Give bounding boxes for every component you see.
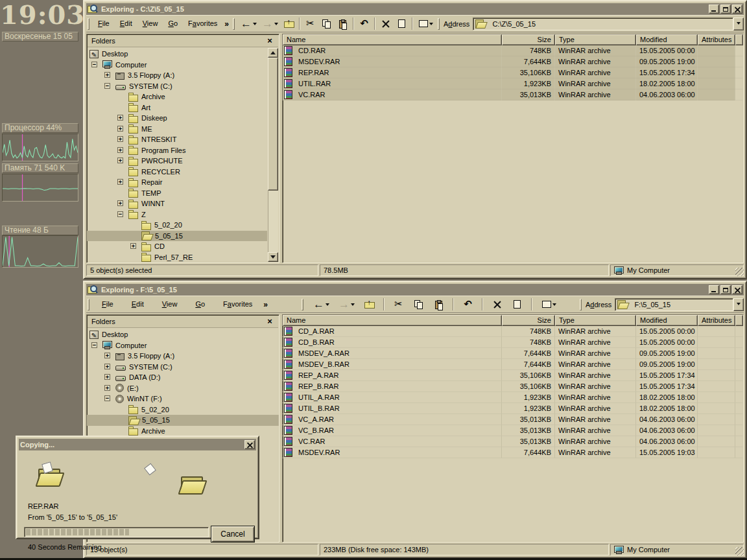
tree-item[interactable]: +CD xyxy=(87,241,267,252)
file-row[interactable]: UTIL_B.RAR1,923KBWinRAR archive18.02.200… xyxy=(283,403,743,414)
paste-button[interactable] xyxy=(335,16,351,31)
tree-expander-collapsed[interactable]: + xyxy=(104,353,110,358)
address-input[interactable]: F:\5_05_15 xyxy=(615,298,733,311)
tree-item[interactable]: +Diskeep xyxy=(87,113,267,124)
views-button[interactable] xyxy=(415,16,436,31)
tree-expander-expanded[interactable]: − xyxy=(91,342,97,348)
maximize-button[interactable] xyxy=(720,285,731,294)
delete-button[interactable] xyxy=(489,297,505,312)
tree-item[interactable]: +3.5 Floppy (A:) xyxy=(87,351,279,362)
menu-file[interactable]: File xyxy=(93,16,115,32)
views-dropdown-caret[interactable] xyxy=(429,23,433,27)
tree-item[interactable]: +WINNT xyxy=(87,198,267,209)
tree-item[interactable]: Desktop xyxy=(87,49,267,60)
file-row[interactable]: CD.RAR748KBWinRAR archive15.05.2005 00:0… xyxy=(283,45,743,56)
file-row[interactable]: VC.RAR35,013KBWinRAR archive04.06.2003 0… xyxy=(283,89,743,100)
paste-button[interactable] xyxy=(431,297,447,312)
tree-expander-collapsed[interactable]: + xyxy=(117,179,123,185)
cancel-button[interactable]: Cancel xyxy=(211,526,255,542)
column-header-name[interactable]: Name xyxy=(283,34,502,45)
scroll-down-button[interactable] xyxy=(268,252,278,262)
dialog-close-button[interactable] xyxy=(244,440,255,449)
back-dropdown-caret[interactable] xyxy=(253,23,257,27)
up-button[interactable] xyxy=(281,16,297,31)
resize-grip[interactable] xyxy=(735,268,744,276)
tree-expander-expanded[interactable]: − xyxy=(104,83,110,89)
rebar-grip[interactable] xyxy=(580,299,582,310)
menu-favorites[interactable]: Favorites xyxy=(183,16,222,32)
column-header-modified[interactable]: Modified xyxy=(636,315,698,326)
menu-view[interactable]: View xyxy=(153,296,187,312)
column-header-attributes[interactable]: Attributes xyxy=(698,34,735,45)
tree-item[interactable]: 5_05_15 xyxy=(87,231,267,242)
minimize-button[interactable] xyxy=(709,285,719,294)
forward-button[interactable] xyxy=(336,297,357,312)
tree-expander-collapsed[interactable]: + xyxy=(104,385,110,391)
tree-item[interactable]: +NTRESKIT xyxy=(87,134,267,145)
close-button[interactable] xyxy=(732,5,742,14)
menu-overflow-chevron[interactable]: » xyxy=(224,19,229,29)
tree-expander-collapsed[interactable]: + xyxy=(117,158,123,163)
scroll-up-button[interactable] xyxy=(268,48,278,58)
menu-view[interactable]: View xyxy=(137,16,163,32)
tree-item[interactable]: Archive xyxy=(87,91,267,102)
column-header-name[interactable]: Name xyxy=(283,315,502,326)
folders-close-icon[interactable]: × xyxy=(265,36,274,45)
window-titlebar[interactable]: Exploring - C:\Z\5_05_15 xyxy=(86,3,744,15)
address-input[interactable]: C:\Z\5_05_15 xyxy=(473,18,733,30)
copy-button[interactable] xyxy=(318,16,335,31)
forward-button[interactable] xyxy=(259,16,281,31)
tree-expander-collapsed[interactable]: + xyxy=(117,136,123,142)
file-row[interactable]: CD_A.RAR748KBWinRAR archive15.05.2005 00… xyxy=(283,326,743,337)
file-row[interactable]: CD_B.RAR748KBWinRAR archive15.05.2005 00… xyxy=(283,337,743,348)
tree-item[interactable]: Art xyxy=(87,102,267,113)
column-header-modified[interactable]: Modified xyxy=(636,34,698,45)
rebar-grip[interactable] xyxy=(233,18,235,30)
folders-close-icon[interactable]: × xyxy=(265,317,274,326)
file-row[interactable]: VC_A.RAR35,013KBWinRAR archive04.06.2003… xyxy=(283,414,743,425)
column-header-attributes[interactable]: Attributes xyxy=(698,315,735,326)
file-row[interactable]: REP_B.RAR35,106KBWinRAR archive15.05.200… xyxy=(283,381,743,392)
back-button[interactable] xyxy=(238,16,259,31)
column-header-size[interactable]: Size xyxy=(502,34,555,45)
menu-file[interactable]: File xyxy=(93,296,123,312)
tree-item[interactable]: +Repair xyxy=(87,177,267,188)
tree-expander-collapsed[interactable]: + xyxy=(117,200,123,206)
properties-button[interactable] xyxy=(509,297,525,312)
tree-item[interactable]: 5_02_20 xyxy=(87,404,279,415)
tree-expander-collapsed[interactable]: + xyxy=(117,126,123,132)
tree-item[interactable]: 5_05_15 xyxy=(87,415,279,426)
tree-item[interactable]: −Computer xyxy=(87,340,279,351)
tree-item[interactable]: −Computer xyxy=(87,60,267,71)
address-dropdown-button[interactable] xyxy=(733,298,744,311)
forward-dropdown-caret[interactable] xyxy=(274,23,278,27)
rebar-grip[interactable] xyxy=(302,299,303,310)
file-row[interactable]: MSDEV.RAR7,644KBWinRAR archive09.05.2005… xyxy=(283,56,743,67)
back-dropdown-caret[interactable] xyxy=(326,303,329,308)
delete-button[interactable] xyxy=(377,16,394,31)
close-button[interactable] xyxy=(732,285,742,294)
tree-item[interactable]: +Program Files xyxy=(87,145,267,156)
tree-item[interactable]: Perl_57_RE xyxy=(87,252,267,263)
views-button[interactable] xyxy=(538,297,560,312)
rebar-grip[interactable] xyxy=(88,299,89,310)
file-row[interactable]: UTIL_A.RAR1,923KBWinRAR archive18.02.200… xyxy=(283,392,743,403)
tree-item[interactable]: +SYSTEM (C:) xyxy=(87,362,279,373)
file-row[interactable]: MSDEV.RAR7,644KBWinRAR archive15.05.2005… xyxy=(283,447,743,458)
resize-grip[interactable] xyxy=(735,547,744,555)
column-header-type[interactable]: Type xyxy=(555,34,636,45)
menu-go[interactable]: Go xyxy=(163,16,183,32)
menu-go[interactable]: Go xyxy=(186,296,214,312)
address-dropdown-button[interactable] xyxy=(733,18,744,30)
undo-button[interactable] xyxy=(356,16,372,31)
tree-item[interactable]: −SYSTEM (C:) xyxy=(87,81,267,92)
tree-item[interactable]: −WinNT (F:) xyxy=(87,393,279,404)
tree-item[interactable]: +PWRCHUTE xyxy=(87,156,267,167)
file-row[interactable]: UTIL.RAR1,923KBWinRAR archive18.02.2005 … xyxy=(283,78,743,89)
menu-favorites[interactable]: Favorites xyxy=(214,296,261,312)
rebar-grip[interactable] xyxy=(438,18,440,30)
window-titlebar[interactable]: Exploring - F:\5_05_15 xyxy=(86,284,744,296)
tree-expander-collapsed[interactable]: + xyxy=(104,364,110,369)
back-button[interactable] xyxy=(311,297,332,312)
tree-item[interactable]: RECYCLER xyxy=(87,167,267,178)
